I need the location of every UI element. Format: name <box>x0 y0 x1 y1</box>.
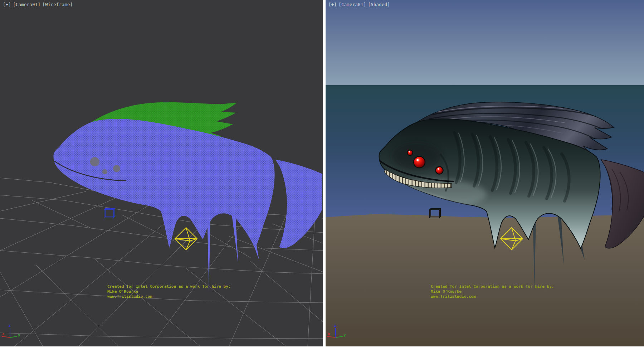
axis-z-label: z <box>334 323 336 328</box>
sand-ground <box>326 214 644 346</box>
viewport-label: [+] [Camera01] [Wireframe] <box>3 2 73 7</box>
viewport-shading-menu-button[interactable]: [Wireframe] <box>42 2 73 7</box>
credit-line-3: www.fritzstudio.com <box>431 294 560 299</box>
credit-text-overlay: Created for Intel Corporation as a work … <box>431 284 560 299</box>
viewport-label: [+] [Camera01] [Shaded] <box>328 2 390 7</box>
axis-x-label: x <box>2 331 5 336</box>
viewport-camera-menu-button[interactable]: [Camera01] <box>338 2 366 7</box>
box-helper[interactable] <box>104 209 115 218</box>
axis-y-label: y <box>18 333 20 337</box>
credit-line-2: Mike O'Rourke <box>107 289 236 294</box>
window-bottom-border <box>0 346 644 350</box>
axis-z-label: z <box>8 323 11 328</box>
axis-y-label: y <box>343 333 346 337</box>
credit-line-2: Mike O'Rourke <box>431 289 560 294</box>
axis-tripod: x y z <box>2 323 20 337</box>
viewport-wireframe[interactable]: [+] [Camera01] [Wireframe] <box>0 0 323 346</box>
axis-x-label: x <box>328 331 330 336</box>
application-window: [+] [Camera01] [Wireframe] <box>0 0 644 350</box>
viewport-camera-menu-button[interactable]: [Camera01] <box>13 2 40 7</box>
credit-line-3: www.fritzstudio.com <box>107 294 236 299</box>
viewport-general-menu-button[interactable]: [+] <box>3 2 11 7</box>
credit-line-1: Created for Intel Corporation as a work … <box>107 284 236 289</box>
viewport-shading-menu-button[interactable]: [Shaded] <box>368 2 390 7</box>
credit-text-overlay: Created for Intel Corporation as a work … <box>107 284 236 299</box>
credit-line-1: Created for Intel Corporation as a work … <box>431 284 560 289</box>
viewport-shaded[interactable]: [+] [Camera01] [Shaded] <box>326 0 644 346</box>
octahedron-bone-helper[interactable] <box>175 228 197 250</box>
fish-creature-wireframe[interactable] <box>54 102 322 291</box>
viewport-splitter[interactable] <box>323 0 326 346</box>
viewport-general-menu-button[interactable]: [+] <box>328 2 337 7</box>
sky <box>326 0 644 85</box>
